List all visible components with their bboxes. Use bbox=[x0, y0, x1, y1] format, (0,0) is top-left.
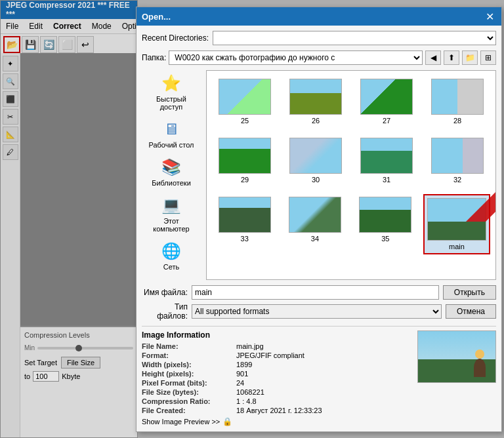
folder-combo[interactable]: W0020 как сжать фотографию до нужного с bbox=[169, 50, 423, 65]
dialog-content: ⭐ Быстрый доступ 🖥 Рабочий стол 📚 Библио… bbox=[142, 70, 496, 280]
file-item-main[interactable]: main bbox=[423, 194, 490, 254]
file-item-27[interactable]: 27 bbox=[354, 76, 419, 127]
show-preview-label[interactable]: Show Image Preview >> bbox=[142, 418, 220, 426]
info-pixfmt-value: 24 bbox=[236, 379, 244, 387]
info-section-title: Image Information bbox=[142, 330, 411, 340]
info-filename-value: main.jpg bbox=[236, 342, 264, 350]
filename-row: Имя файла: Открыть bbox=[142, 285, 496, 300]
info-height-value: 901 bbox=[236, 370, 248, 378]
label-34: 34 bbox=[311, 235, 319, 243]
dialog-body: Recent Directories: Папка: W0020 как сжа… bbox=[136, 26, 501, 431]
thumb-35 bbox=[359, 197, 411, 233]
filetype-label: Тип файлов: bbox=[142, 302, 188, 321]
image-info-section: Image Information File Name: main.jpg Fo… bbox=[142, 326, 496, 426]
file-item-34[interactable]: 34 bbox=[282, 194, 347, 254]
nav-up-btn[interactable]: ⬆ bbox=[444, 50, 459, 65]
nav-view-btn[interactable]: ⊞ bbox=[480, 50, 496, 65]
info-left: Image Information File Name: main.jpg Fo… bbox=[142, 330, 411, 426]
filename-input[interactable] bbox=[192, 285, 439, 300]
info-compratio-row: Compression Ratio: 1 : 4.8 bbox=[142, 397, 411, 405]
file-item-32[interactable]: 32 bbox=[425, 135, 490, 186]
nav-back-btn[interactable]: ◀ bbox=[425, 50, 441, 65]
label-28: 28 bbox=[453, 117, 461, 125]
desktop-label: Рабочий стол bbox=[148, 141, 194, 149]
grid-row-middle: 29 30 31 32 bbox=[212, 135, 490, 186]
file-item-33[interactable]: 33 bbox=[212, 194, 277, 254]
recent-directories-row: Recent Directories: bbox=[142, 31, 496, 45]
label-29: 29 bbox=[241, 176, 249, 184]
info-filesize-value: 1068221 bbox=[236, 388, 264, 396]
info-width-label: Width (pixels): bbox=[142, 361, 234, 368]
label-32: 32 bbox=[453, 176, 461, 184]
quick-access-label: Быстрый доступ bbox=[144, 95, 198, 111]
info-compratio-label: Compression Ratio: bbox=[142, 397, 234, 405]
recent-directories-combo[interactable] bbox=[213, 31, 496, 45]
show-preview-row[interactable]: Show Image Preview >> 🔒 bbox=[142, 417, 411, 426]
info-format-label: Format: bbox=[142, 351, 234, 359]
libraries-label: Библиотеки bbox=[152, 179, 191, 187]
info-filesize-row: File Size (bytes): 1068221 bbox=[142, 388, 411, 396]
nav-new-folder-btn[interactable]: 📁 bbox=[462, 50, 478, 65]
label-31: 31 bbox=[383, 176, 390, 184]
thumb-32 bbox=[431, 138, 484, 174]
info-pixfmt-label: Pixel Format (bits): bbox=[142, 379, 234, 387]
cancel-button[interactable]: Отмена bbox=[446, 304, 496, 319]
grid-row-top: 25 26 27 28 bbox=[212, 76, 490, 127]
file-item-29[interactable]: 29 bbox=[212, 135, 278, 186]
dialog-overlay: Open... ✕ Recent Directories: Папка: W00… bbox=[0, 0, 504, 438]
label-25: 25 bbox=[241, 117, 249, 125]
file-item-35[interactable]: 35 bbox=[353, 194, 418, 254]
network-icon: 🌐 bbox=[161, 242, 181, 260]
folder-label: Папка: bbox=[142, 53, 166, 62]
info-format-row: Format: JPEG/JFIF compliant bbox=[142, 351, 411, 359]
info-height-row: Height (pixels): 901 bbox=[142, 370, 411, 378]
nav-computer[interactable]: 💻 Этот компьютер bbox=[142, 192, 201, 237]
dialog-titlebar: Open... ✕ bbox=[136, 7, 501, 26]
label-35: 35 bbox=[381, 235, 389, 243]
thumb-25 bbox=[219, 79, 271, 115]
file-grid[interactable]: 25 26 27 28 bbox=[206, 70, 496, 280]
label-33: 33 bbox=[241, 235, 249, 243]
info-width-row: Width (pixels): 1899 bbox=[142, 361, 411, 368]
filetype-combo[interactable]: All supported formats bbox=[192, 304, 442, 319]
dialog-close-button[interactable]: ✕ bbox=[483, 10, 496, 23]
file-item-28[interactable]: 28 bbox=[425, 76, 490, 127]
open-dialog: Open... ✕ Recent Directories: Папка: W00… bbox=[136, 7, 502, 432]
file-item-25[interactable]: 25 bbox=[212, 76, 278, 127]
info-width-value: 1899 bbox=[236, 361, 252, 368]
nav-network[interactable]: 🌐 Сеть bbox=[142, 238, 201, 275]
dialog-bottom: Имя файла: Открыть Тип файлов: All suppo… bbox=[142, 285, 496, 321]
computer-icon: 💻 bbox=[161, 196, 181, 214]
thumb-26 bbox=[289, 79, 342, 115]
thumb-33 bbox=[219, 197, 271, 233]
info-created-row: File Created: 18 Август 2021 г. 12:33:23 bbox=[142, 407, 411, 414]
thumb-34 bbox=[289, 197, 341, 233]
nav-libraries[interactable]: 📚 Библиотеки bbox=[142, 154, 201, 191]
thumb-28 bbox=[431, 79, 484, 115]
thumb-30 bbox=[289, 138, 342, 174]
libraries-icon: 📚 bbox=[161, 158, 181, 176]
label-main: main bbox=[449, 243, 465, 250]
label-26: 26 bbox=[312, 117, 320, 125]
thumb-main bbox=[427, 198, 486, 241]
filename-label: Имя файла: bbox=[142, 288, 188, 297]
info-pixfmt-row: Pixel Format (bits): 24 bbox=[142, 379, 411, 387]
info-created-value: 18 Август 2021 г. 12:33:23 bbox=[236, 407, 322, 414]
info-filesize-label: File Size (bytes): bbox=[142, 388, 234, 396]
computer-label: Этот компьютер bbox=[144, 217, 198, 233]
nav-desktop[interactable]: 🖥 Рабочий стол bbox=[142, 116, 201, 153]
nav-quick-access[interactable]: ⭐ Быстрый доступ bbox=[142, 70, 201, 115]
file-item-26[interactable]: 26 bbox=[283, 76, 348, 127]
filetype-row: Тип файлов: All supported formats Отмена bbox=[142, 302, 496, 321]
quick-access-icon: ⭐ bbox=[161, 74, 181, 92]
file-item-31[interactable]: 31 bbox=[354, 135, 419, 186]
label-27: 27 bbox=[383, 117, 390, 125]
network-label: Сеть bbox=[163, 263, 179, 271]
folder-row: Папка: W0020 как сжать фотографию до нуж… bbox=[142, 50, 496, 65]
dialog-title: Open... bbox=[142, 12, 171, 22]
thumb-29 bbox=[219, 138, 271, 174]
info-filename-row: File Name: main.jpg bbox=[142, 342, 411, 350]
info-compratio-value: 1 : 4.8 bbox=[236, 397, 257, 405]
file-item-30[interactable]: 30 bbox=[283, 135, 348, 186]
open-button[interactable]: Открыть bbox=[443, 285, 496, 300]
